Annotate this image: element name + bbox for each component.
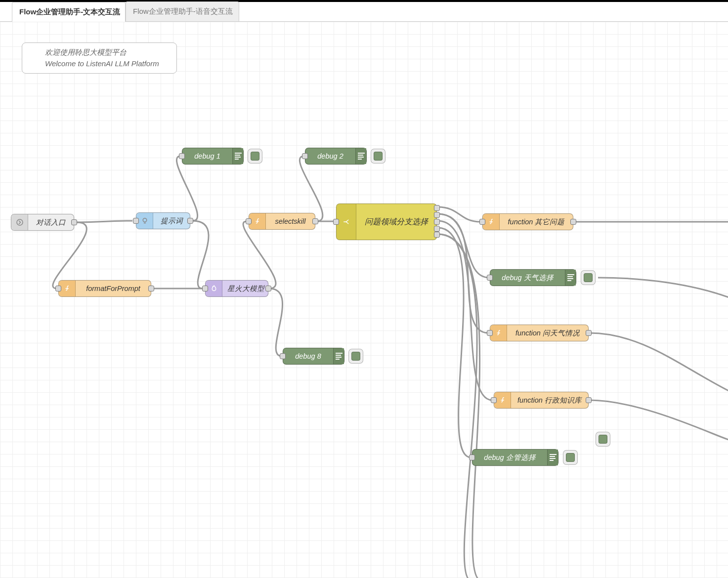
svg-point-0 — [17, 219, 23, 225]
node-label: formatForPrompt — [76, 285, 151, 292]
activity-meter-icon — [333, 348, 344, 364]
output-port[interactable] — [586, 330, 592, 336]
node-fn-other[interactable]: function 其它问题 — [482, 213, 573, 230]
input-port[interactable] — [479, 219, 485, 225]
input-port[interactable] — [55, 286, 61, 291]
wire-layer — [0, 22, 728, 578]
node-label: debug 企管选择 — [472, 453, 547, 462]
node-status-toggle[interactable] — [596, 432, 610, 447]
node-prompt[interactable]: 提示词 — [136, 212, 190, 229]
node-status-toggle[interactable] — [248, 149, 262, 164]
input-port[interactable] — [469, 454, 475, 460]
input-port[interactable] — [487, 275, 493, 281]
input-port[interactable] — [202, 286, 208, 291]
lightbulb-icon — [136, 213, 153, 229]
output-port-2[interactable] — [434, 212, 440, 218]
node-label: function 其它问题 — [500, 217, 573, 227]
node-label: debug 天气选择 — [490, 273, 565, 283]
node-status-toggle[interactable] — [348, 349, 363, 364]
node-format-for-prompt[interactable]: formatForPrompt — [58, 280, 151, 297]
activity-meter-icon — [355, 148, 366, 164]
svg-point-1 — [143, 218, 147, 222]
output-port-5[interactable] — [434, 232, 440, 238]
function-icon — [249, 213, 266, 229]
node-entry[interactable]: 对话入口 — [11, 214, 74, 231]
input-port[interactable] — [333, 219, 339, 225]
function-icon — [483, 214, 500, 230]
node-spark-model[interactable]: 星火大模型 — [205, 280, 268, 297]
output-port[interactable] — [312, 218, 318, 224]
node-label: 问题领域分支选择 — [356, 217, 436, 227]
node-label: selectskill — [266, 217, 315, 225]
function-icon — [490, 325, 507, 341]
tab-bar: Flow企业管理助手-文本交互流 Flow企业管理助手-语音交互流 — [0, 2, 728, 22]
flow-canvas[interactable]: 欢迎使用聆思大模型平台 Welcome to ListenAI LLM Plat… — [0, 22, 728, 578]
node-domain-switch[interactable]: 问题领域分支选择 — [336, 204, 437, 240]
tab-voice-flow[interactable]: Flow企业管理助手-语音交互流 — [126, 1, 239, 21]
node-debug-weather[interactable]: debug 天气选择 — [490, 269, 576, 286]
speech-bubble-icon — [26, 49, 42, 65]
node-debug-1[interactable]: debug 1 — [182, 148, 244, 165]
canvas-comment[interactable]: 欢迎使用聆思大模型平台 Welcome to ListenAI LLM Plat… — [22, 42, 177, 74]
activity-meter-icon — [547, 450, 558, 465]
tab-text-flow[interactable]: Flow企业管理助手-文本交互流 — [12, 2, 126, 22]
input-port[interactable] — [491, 397, 497, 403]
output-port[interactable] — [586, 397, 592, 403]
node-status-toggle[interactable] — [563, 450, 578, 465]
node-label: debug 2 — [305, 152, 355, 160]
activity-meter-icon — [232, 148, 243, 164]
node-debug-enterprise[interactable]: debug 企管选择 — [472, 449, 558, 466]
activity-meter-icon — [565, 270, 576, 286]
node-label: function 行政知识库 — [511, 396, 588, 405]
node-label: function 问天气情况 — [507, 329, 588, 338]
input-port[interactable] — [133, 218, 139, 224]
node-status-toggle[interactable] — [371, 149, 385, 164]
output-port[interactable] — [570, 219, 576, 225]
node-label: debug 1 — [182, 152, 232, 160]
node-label: debug 8 — [283, 352, 333, 360]
comment-text: 欢迎使用聆思大模型平台 Welcome to ListenAI LLM Plat… — [45, 47, 159, 69]
output-port[interactable] — [187, 218, 193, 224]
function-icon — [59, 281, 76, 296]
output-port-4[interactable] — [434, 226, 440, 232]
input-port[interactable] — [280, 353, 286, 359]
input-port[interactable] — [302, 153, 308, 159]
node-status-toggle[interactable] — [581, 270, 596, 285]
input-port[interactable] — [179, 153, 185, 159]
input-port[interactable] — [487, 330, 493, 336]
output-port[interactable] — [265, 286, 271, 291]
node-fn-weather[interactable]: function 问天气情况 — [490, 325, 589, 341]
function-icon — [494, 392, 511, 408]
arrow-right-circle-icon — [11, 214, 28, 230]
node-label: 提示词 — [153, 216, 190, 226]
node-label: 对话入口 — [28, 218, 74, 227]
node-debug-8[interactable]: debug 8 — [283, 348, 344, 365]
input-port[interactable] — [246, 218, 252, 224]
output-port[interactable] — [71, 219, 77, 225]
node-debug-2[interactable]: debug 2 — [305, 148, 367, 165]
flame-icon — [206, 281, 222, 296]
output-port-3[interactable] — [434, 219, 440, 225]
output-port[interactable] — [148, 286, 154, 291]
output-port-1[interactable] — [434, 205, 440, 211]
branch-icon — [337, 204, 356, 240]
node-fn-admin[interactable]: function 行政知识库 — [494, 392, 589, 409]
node-label: 星火大模型 — [222, 284, 268, 293]
node-select-skill[interactable]: selectskill — [249, 213, 315, 230]
